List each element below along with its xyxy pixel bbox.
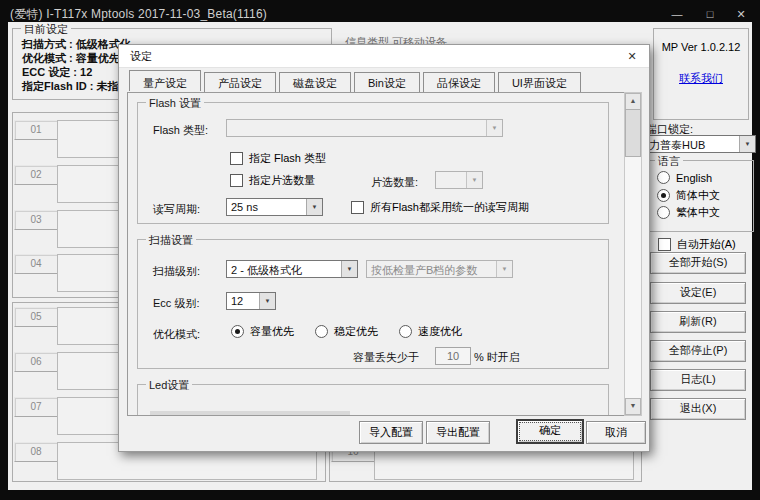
speed-opt-label: 速度优化	[418, 324, 462, 339]
rw-cycle-select[interactable]: 25 ns ▼	[226, 198, 323, 216]
start-all-button[interactable]: 全部开始(S)	[650, 252, 746, 274]
rw-cycle-value: 25 ns	[231, 201, 304, 213]
mp-version-text: MP Ver 1.0.2.12	[654, 41, 748, 53]
settings-button[interactable]: 设定(E)	[650, 282, 746, 304]
radio-icon	[315, 325, 328, 338]
settings-dialog: 设定 ✕ 量产设定 产品设定 磁盘设定 Bin设定 品保设定 UI界面设定 Fl…	[118, 44, 650, 452]
chevron-down-icon[interactable]: ▼	[306, 199, 322, 215]
close-button[interactable]: ✕	[728, 6, 754, 22]
radio-traditional-chinese[interactable]: 繁体中文	[657, 205, 720, 220]
tab-product-settings[interactable]: 产品设定	[204, 72, 276, 93]
uniform-cycle-checkbox[interactable]: 所有Flash都采用统一的读写周期	[351, 200, 529, 215]
scroll-up-icon[interactable]: ▲	[625, 93, 641, 110]
slot-button-03[interactable]: 03	[14, 210, 58, 230]
minimize-button[interactable]: —	[664, 6, 690, 22]
ce-count-select: ▼	[435, 171, 483, 189]
chevron-down-icon[interactable]: ▼	[739, 136, 755, 152]
tab-qa-settings[interactable]: 品保设定	[423, 72, 495, 93]
radio-selected-icon	[657, 189, 670, 202]
tab-ui-settings[interactable]: UI界面设定	[498, 72, 581, 93]
ecc-level-select[interactable]: 12 ▼	[226, 292, 276, 310]
chevron-down-icon[interactable]: ▼	[259, 293, 275, 309]
flash-type-label: Flash 类型:	[153, 123, 208, 138]
slot-button-06[interactable]: 06	[14, 352, 58, 372]
clipped-content	[150, 411, 350, 415]
dialog-titlebar: 设定 ✕	[119, 45, 649, 68]
tab-page: Flash 设置 Flash 类型: ▼ 指定 Flash 类型 指定片选数量 …	[127, 92, 625, 416]
radio-selected-icon	[231, 325, 244, 338]
slot-button-04[interactable]: 04	[14, 254, 58, 274]
chevron-down-icon[interactable]: ▼	[341, 261, 357, 277]
tab-bin-settings[interactable]: Bin设定	[354, 72, 420, 93]
export-config-button[interactable]: 导出配置	[426, 421, 490, 444]
radio-english[interactable]: English	[657, 171, 712, 184]
specify-ce-count-checkbox[interactable]: 指定片选数量	[230, 173, 315, 188]
window-title: (爱特) I-T117x Mptools 2017-11-03_Beta(111…	[10, 6, 267, 23]
slot-button-07[interactable]: 07	[14, 397, 58, 417]
ecc-level-value: 12	[231, 295, 257, 307]
current-settings-title: 目前设定	[21, 22, 71, 37]
opt-mode-label: 优化模式:	[153, 327, 200, 342]
port-lock-select[interactable]: 力普泰HUB ▼	[644, 135, 756, 153]
slot-button-01[interactable]: 01	[14, 120, 58, 140]
rw-cycle-label: 读写周期:	[153, 202, 200, 217]
checkbox-icon	[658, 238, 671, 251]
checkbox-icon	[230, 152, 243, 165]
scan-level-select[interactable]: 2 - 低级格式化 ▼	[226, 260, 358, 278]
chevron-down-icon: ▼	[496, 261, 512, 277]
scroll-down-icon[interactable]: ▼	[625, 398, 641, 415]
refresh-button[interactable]: 刷新(R)	[650, 311, 746, 333]
loss-suffix-label: % 时开启	[474, 350, 520, 365]
contact-link[interactable]: 联系我们	[679, 72, 723, 84]
stop-all-button[interactable]: 全部停止(P)	[650, 340, 746, 362]
ecc-level-label: Ecc 级别:	[153, 296, 199, 311]
slot-button-08[interactable]: 08	[14, 442, 58, 462]
scan-group-title: 扫描设置	[146, 233, 196, 248]
opt-mode-line: 优化模式 : 容量优先	[22, 51, 120, 66]
led-settings-group: Led设置	[137, 384, 609, 416]
loss-value-input[interactable]	[435, 347, 471, 365]
log-button[interactable]: 日志(L)	[650, 369, 746, 391]
flash-group-title: Flash 设置	[146, 96, 204, 111]
radio-english-label: English	[676, 172, 712, 184]
scrollbar-thumb[interactable]	[625, 109, 641, 157]
checkbox-icon	[351, 201, 364, 214]
dialog-scrollbar[interactable]: ▲ ▼	[624, 92, 642, 416]
chevron-down-icon: ▼	[486, 120, 502, 136]
cancel-button[interactable]: 取消	[586, 421, 646, 444]
scan-level-label: 扫描级别:	[153, 264, 200, 279]
flash-type-select: ▼	[226, 119, 503, 137]
radio-capacity-first[interactable]: 容量优先	[231, 324, 294, 339]
uniform-cycle-label: 所有Flash都采用统一的读写周期	[370, 200, 529, 215]
specify-flash-type-checkbox[interactable]: 指定 Flash 类型	[230, 151, 326, 166]
maximize-button[interactable]: □	[697, 6, 723, 22]
tab-production-settings[interactable]: 量产设定	[129, 70, 201, 91]
ok-button[interactable]: 确定	[516, 419, 584, 444]
port-lock-value: 力普泰HUB	[649, 138, 737, 153]
radio-icon	[399, 325, 412, 338]
tab-disk-settings[interactable]: 磁盘设定	[279, 72, 351, 93]
slot-button-02[interactable]: 02	[14, 165, 58, 185]
radio-speed-opt[interactable]: 速度优化	[399, 324, 462, 339]
auto-start-label: 自动开始(A)	[677, 237, 736, 252]
led-group-title: Led设置	[146, 378, 192, 393]
radio-stability-first[interactable]: 稳定优先	[315, 324, 378, 339]
auto-start-checkbox[interactable]: 自动开始(A)	[658, 237, 736, 252]
radio-simplified-chinese[interactable]: 简体中文	[657, 188, 720, 203]
flash-settings-group: Flash 设置 Flash 类型: ▼ 指定 Flash 类型 指定片选数量 …	[137, 102, 609, 224]
radio-simplified-label: 简体中文	[676, 188, 720, 203]
version-box: MP Ver 1.0.2.12 联系我们	[653, 28, 749, 120]
specify-ce-count-label: 指定片选数量	[249, 173, 315, 188]
scan-mode-line: 扫描方式 : 低级格式化	[22, 37, 131, 52]
slot-button-05[interactable]: 05	[14, 307, 58, 327]
exit-button[interactable]: 退出(X)	[650, 398, 746, 420]
flash-id-line: 指定Flash ID : 未指定	[22, 79, 130, 94]
import-config-button[interactable]: 导入配置	[359, 421, 423, 444]
dialog-title: 设定	[130, 49, 152, 64]
loss-prefix-label: 容量丢失少于	[353, 350, 419, 365]
stability-first-label: 稳定优先	[334, 324, 378, 339]
dialog-close-icon[interactable]: ✕	[623, 48, 641, 64]
ce-count-label: 片选数量:	[371, 175, 418, 190]
radio-traditional-label: 繁体中文	[676, 205, 720, 220]
language-group: 语言 English 简体中文 繁体中文	[646, 160, 754, 232]
